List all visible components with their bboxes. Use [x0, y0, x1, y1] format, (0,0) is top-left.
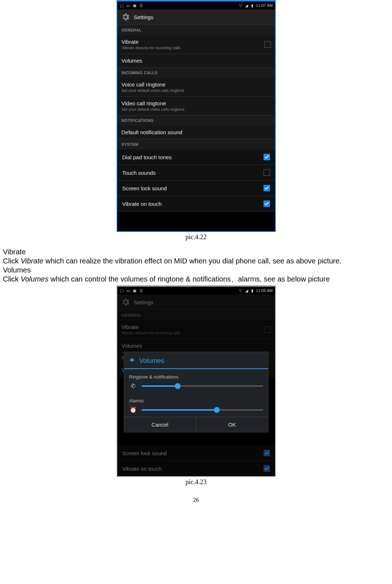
checkbox[interactable] [264, 41, 271, 48]
checkbox[interactable] [264, 154, 270, 160]
slider-thumb[interactable] [214, 407, 220, 413]
row-video-ringtone[interactable]: Video call ringtone Set your default vid… [117, 97, 275, 115]
section-general: GENERAL [117, 25, 275, 35]
status-icon: ▢ [119, 3, 124, 8]
signal-icon: ▽ [239, 288, 243, 293]
slider-label-alarms: Alarms [124, 393, 268, 404]
checkbox[interactable] [264, 169, 270, 176]
dialog-title: Volumes [139, 357, 164, 365]
battery-icon: ▮ [250, 3, 254, 8]
section-system: SYSTEM [117, 139, 275, 149]
row-title: Dial pad touch tones [122, 154, 172, 160]
row-sub: Vibrate devices for incoming calls [122, 46, 181, 50]
gear-icon [121, 297, 130, 307]
status-icon: ☰ [139, 288, 143, 293]
signal-icon: ◢ [244, 3, 249, 8]
slider-ringtone[interactable]: ✆ [124, 380, 268, 393]
settings-title: Settings [134, 14, 153, 20]
row-screen-lock-sound: Screen lock sound [117, 445, 275, 461]
status-time: 11:07 AM [256, 3, 273, 8]
row-title: Touch sounds [122, 170, 156, 176]
cancel-button[interactable]: Cancel [124, 417, 197, 432]
dialog-header: Volumes [124, 352, 268, 369]
row-title: Vibrate [122, 39, 181, 45]
checkbox [264, 450, 270, 456]
slider-track[interactable] [142, 385, 263, 387]
row-title: Video call ringtone [122, 100, 185, 106]
volumes-dialog: Volumes Ringtone & notifications ✆ Alarm… [124, 352, 269, 432]
settings-title: Settings [134, 299, 153, 305]
row-title: Volumes [122, 58, 143, 64]
row-volumes: Volumes [117, 339, 275, 353]
row-vibrate-on-touch: Vibrate on touch [117, 461, 275, 476]
row-sub: Set your default voice calls ringtone [122, 88, 185, 93]
body-text: Vibrate Click Vibrate which can realize … [3, 247, 389, 284]
volume-icon [129, 356, 136, 365]
status-icon: ▣ [132, 288, 137, 293]
slider-track[interactable] [142, 409, 263, 411]
ok-button[interactable]: OK [196, 417, 268, 432]
checkbox[interactable] [264, 185, 270, 191]
slider-alarms[interactable]: ⏰ [124, 404, 268, 417]
status-icon: ▣ [132, 3, 137, 8]
row-title: Screen lock sound [122, 450, 167, 456]
row-title: Vibrate on touch [122, 466, 162, 472]
row-dialpad-tones[interactable]: Dial pad touch tones [117, 149, 275, 165]
caption-2: pic.4.23 [3, 478, 389, 486]
status-bar: ▢ ▭ ▣ ☰ ▽ ◢ ▮ 11:07 AM [117, 1, 275, 9]
section-notifications: NOTIFICATIONS [117, 115, 275, 126]
checkbox [264, 326, 271, 333]
checkbox [264, 465, 270, 472]
status-time: 11:05 AM [256, 288, 273, 293]
signal-icon: ▽ [239, 3, 243, 8]
gear-icon [121, 12, 130, 22]
alarm-icon: ⏰ [129, 406, 137, 413]
settings-header: Settings [117, 9, 275, 25]
battery-icon: ▮ [250, 288, 254, 293]
row-vibrate[interactable]: Vibrate Vibrate devices for incoming cal… [117, 35, 275, 54]
row-vibrate-on-touch[interactable]: Vibrate on touch [117, 196, 275, 212]
status-icon: ▭ [126, 3, 130, 8]
section-general: GENERAL [117, 310, 275, 320]
row-voice-ringtone[interactable]: Voice call ringtone Set your default voi… [117, 78, 275, 97]
row-sub: Set your default video calls ringtone [122, 107, 185, 111]
checkbox[interactable] [264, 200, 270, 207]
page-number: 26 [3, 497, 389, 503]
section-incoming: INCOMING CALLS [117, 68, 275, 78]
slider-label-ringtone: Ringtone & notifications [124, 369, 268, 380]
blank-area [117, 212, 275, 231]
dialog-buttons: Cancel OK [124, 417, 268, 432]
status-icon: ▢ [119, 288, 124, 293]
status-icon: ☰ [139, 3, 143, 8]
row-title: Screen lock sound [122, 185, 167, 191]
row-vibrate: Vibrate Vibrate devices for incoming cal… [117, 320, 275, 339]
status-icon: ▭ [126, 288, 130, 293]
paragraph-vibrate: Click Vibrate which can realize the vibr… [3, 257, 389, 266]
phone-icon: ✆ [129, 382, 137, 389]
settings-header: Settings [117, 295, 275, 310]
heading-vibrate: Vibrate [3, 247, 389, 257]
status-bar: ▢ ▭ ▣ ☰ ▽ ◢ ▮ 11:05 AM [117, 287, 275, 295]
row-title: Volumes [122, 343, 143, 349]
settings-screenshot-1: ▢ ▭ ▣ ☰ ▽ ◢ ▮ 11:07 AM Settings GENERAL … [117, 0, 276, 232]
slider-fill [142, 385, 178, 387]
row-touch-sounds[interactable]: Touch sounds [117, 165, 275, 181]
heading-volumes: Volumes [3, 266, 389, 275]
row-volumes[interactable]: Volumes [117, 54, 275, 68]
row-title: Vibrate on touch [122, 201, 162, 207]
row-sub: Vibrate devices for incoming calls [122, 331, 181, 335]
row-title: Vibrate [122, 324, 181, 330]
paragraph-volumes: Click Volumes which can control the volu… [3, 275, 389, 284]
settings-screenshot-2: ▢ ▭ ▣ ☰ ▽ ◢ ▮ 11:05 AM Settings GENERAL … [117, 285, 276, 477]
row-screen-lock-sound[interactable]: Screen lock sound [117, 181, 275, 196]
signal-icon: ◢ [244, 288, 249, 293]
slider-fill [142, 409, 217, 411]
row-title: Voice call ringtone [122, 81, 185, 88]
row-title: Default notification sound [122, 129, 182, 135]
caption-1: pic.4.22 [3, 233, 389, 241]
slider-thumb[interactable] [175, 383, 181, 389]
row-default-notification[interactable]: Default notification sound [117, 126, 275, 139]
